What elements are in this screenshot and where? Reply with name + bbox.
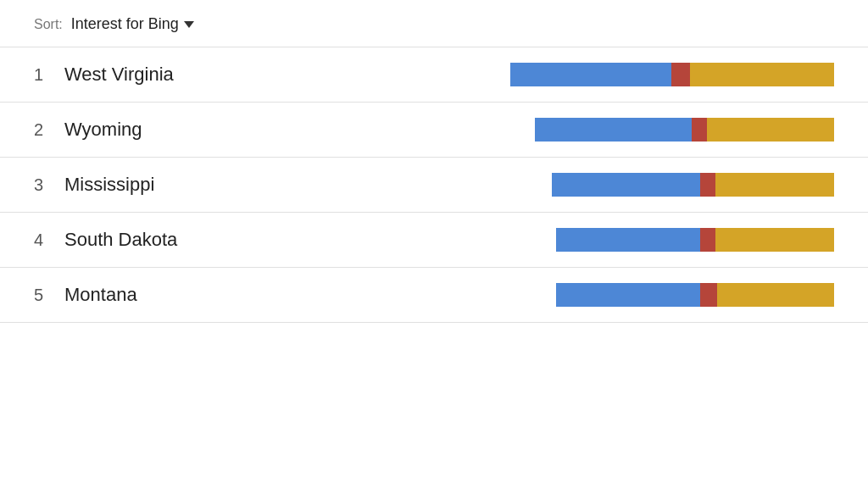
bar-yellow <box>717 283 834 307</box>
bar-blue <box>552 173 700 197</box>
sort-dropdown[interactable]: Interest for Bing <box>71 15 194 33</box>
bar-blue <box>556 283 700 307</box>
list-item: 5Montana <box>0 268 868 323</box>
bar-blue <box>535 118 692 142</box>
main-container: Sort: Interest for Bing 1West Virginia2W… <box>0 0 868 494</box>
bar-container <box>556 228 834 252</box>
list-item: 3Mississippi <box>0 158 868 213</box>
bar-yellow <box>715 173 834 197</box>
region-name: Wyoming <box>64 119 535 141</box>
rank-number: 2 <box>34 120 64 140</box>
sort-dropdown-text: Interest for Bing <box>71 15 179 33</box>
list-item: 4South Dakota <box>0 213 868 268</box>
bar-red <box>671 63 690 86</box>
bar-container <box>552 173 834 197</box>
rank-number: 4 <box>34 230 64 250</box>
chevron-down-icon <box>184 21 194 28</box>
rank-number: 5 <box>34 286 64 305</box>
bar-container <box>556 283 834 307</box>
bar-red <box>700 173 715 197</box>
bar-red <box>692 118 707 142</box>
bar-blue <box>556 228 700 252</box>
bar-red <box>700 283 717 307</box>
list-item: 2Wyoming <box>0 103 868 158</box>
rank-number: 3 <box>34 175 64 195</box>
bar-red <box>700 228 715 252</box>
sort-label: Sort: <box>34 17 63 32</box>
bar-blue <box>510 63 671 86</box>
region-name: Mississippi <box>64 174 552 196</box>
bar-yellow <box>707 118 834 142</box>
region-name: Montana <box>64 284 556 306</box>
region-list: 1West Virginia2Wyoming3Mississippi4South… <box>0 47 868 323</box>
region-name: West Virginia <box>64 64 510 86</box>
sort-bar: Sort: Interest for Bing <box>0 0 868 47</box>
bar-yellow <box>715 228 834 252</box>
bar-yellow <box>690 63 834 86</box>
list-item: 1West Virginia <box>0 47 868 103</box>
region-name: South Dakota <box>64 229 556 251</box>
rank-number: 1 <box>34 65 64 85</box>
bar-container <box>535 118 834 142</box>
bar-container <box>510 63 834 86</box>
